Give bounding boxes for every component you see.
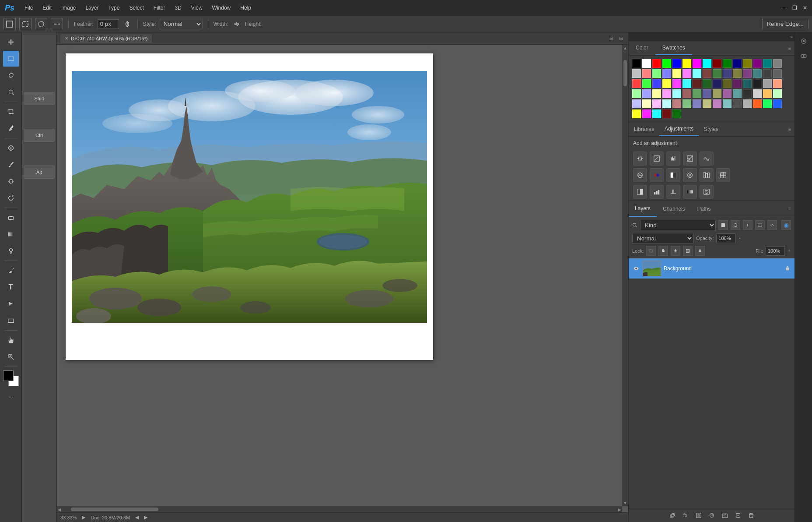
scroll-thumb-horizontal[interactable]	[71, 508, 158, 511]
status-right-arrow[interactable]: ▶	[144, 515, 147, 520]
swatch-item-67[interactable]	[703, 99, 711, 108]
swatch-item-48[interactable]	[662, 89, 671, 98]
swatch-item-74[interactable]	[773, 99, 782, 108]
layer-link-btn[interactable]	[668, 511, 677, 520]
swatch-item-41[interactable]	[743, 79, 752, 88]
clone-tool-btn[interactable]	[3, 173, 19, 189]
lock-all-btn[interactable]	[695, 246, 705, 256]
document-tab-item[interactable]: ✕ DSC01740.ARW @ 50% (RGB/16*)	[60, 34, 152, 43]
adj-curves-btn[interactable]	[650, 152, 664, 166]
swatch-item-21[interactable]	[693, 69, 701, 78]
zoom-tool-btn[interactable]	[3, 349, 19, 365]
adj-exposure-btn[interactable]	[683, 152, 697, 166]
status-left-arrow[interactable]: ◀	[135, 515, 139, 520]
marquee-rect-icon[interactable]	[19, 18, 32, 30]
filter-shape-btn[interactable]	[755, 220, 765, 230]
canvas-scroll-area[interactable]: ▲ ▼ ◀ ▶	[57, 45, 628, 512]
swatch-item-8[interactable]	[713, 59, 721, 68]
status-expand-icon[interactable]: ▶	[82, 515, 85, 520]
crop-tool-btn[interactable]	[3, 104, 19, 120]
type-tool-btn[interactable]: T	[3, 279, 19, 295]
swatch-item-7[interactable]	[703, 59, 711, 68]
shortcut-ctrl[interactable]: Ctrl	[24, 129, 55, 142]
swatch-item-52[interactable]	[703, 89, 711, 98]
new-layer-btn[interactable]	[733, 511, 743, 520]
scroll-thumb-vertical[interactable]	[623, 60, 627, 86]
swatch-item-16[interactable]	[642, 69, 651, 78]
quick-select-tool-btn[interactable]	[3, 84, 19, 100]
adj-icon-strip-btn[interactable]	[797, 49, 811, 63]
scroll-down-arrow[interactable]: ▼	[622, 500, 628, 506]
adj-posterize-btn[interactable]	[650, 185, 664, 199]
swatch-item-47[interactable]	[652, 89, 661, 98]
swatch-item-2[interactable]	[652, 59, 661, 68]
layer-adj-btn[interactable]	[707, 511, 717, 520]
adj-color-lookup-btn[interactable]	[716, 168, 730, 182]
opacity-arrow[interactable]	[738, 236, 742, 240]
adj-hue-sat-btn[interactable]	[633, 168, 647, 182]
swatch-item-60[interactable]	[632, 99, 641, 108]
swatch-item-13[interactable]	[763, 59, 772, 68]
swatch-item-37[interactable]	[703, 79, 711, 88]
swatch-item-49[interactable]	[672, 89, 681, 98]
menu-view[interactable]: View	[187, 3, 207, 13]
adj-vibrance-btn[interactable]	[700, 152, 714, 166]
swatch-item-31[interactable]	[642, 79, 651, 88]
swatch-item-14[interactable]	[773, 59, 782, 68]
swatch-item-70[interactable]	[733, 99, 742, 108]
menu-filter[interactable]: Filter	[149, 3, 170, 13]
swatch-item-71[interactable]	[743, 99, 752, 108]
close-btn[interactable]: ✕	[802, 4, 808, 11]
layer-mask-btn[interactable]	[694, 511, 704, 520]
swatch-item-26[interactable]	[743, 69, 752, 78]
color-icon-strip-btn[interactable]	[797, 34, 811, 48]
fill-arrow[interactable]	[788, 249, 791, 253]
swatch-item-69[interactable]	[723, 99, 732, 108]
menu-type[interactable]: Type	[104, 3, 124, 13]
lock-transparent-btn[interactable]	[646, 246, 656, 256]
move-tool-btn[interactable]	[3, 34, 19, 50]
blend-mode-select[interactable]: Normal Dissolve Multiply Screen Overlay	[632, 233, 693, 243]
refine-edge-button[interactable]: Refine Edge...	[762, 19, 808, 29]
shape-tool-btn[interactable]	[3, 313, 19, 328]
swatch-item-72[interactable]	[753, 99, 762, 108]
swatch-item-18[interactable]	[662, 69, 671, 78]
menu-help[interactable]: Help	[236, 3, 256, 13]
swatch-item-36[interactable]	[693, 79, 701, 88]
swatch-item-58[interactable]	[763, 89, 772, 98]
filter-pixel-btn[interactable]	[718, 220, 728, 230]
swatch-item-59[interactable]	[773, 89, 782, 98]
swatch-item-42[interactable]	[753, 79, 762, 88]
panel-expand-icon[interactable]: ⊞	[617, 35, 625, 42]
swatch-item-50[interactable]	[682, 89, 691, 98]
brush-tool-btn[interactable]	[3, 157, 19, 173]
pen-tool-btn[interactable]	[3, 263, 19, 279]
adj-channel-mixer-btn[interactable]	[700, 168, 714, 182]
swatch-item-55[interactable]	[733, 89, 742, 98]
swatch-item-77[interactable]	[652, 109, 661, 118]
filter-smart-btn[interactable]	[767, 220, 777, 230]
filter-type-btn[interactable]: T	[743, 220, 752, 230]
swatch-item-53[interactable]	[713, 89, 721, 98]
swatch-item-32[interactable]	[652, 79, 661, 88]
swatch-item-3[interactable]	[662, 59, 671, 68]
fill-input[interactable]	[766, 246, 785, 256]
swatch-item-76[interactable]	[642, 109, 651, 118]
dodge-tool-btn[interactable]	[3, 243, 19, 259]
marquee-tool-btn[interactable]	[3, 51, 19, 67]
swatch-item-1[interactable]	[642, 59, 651, 68]
document-tab-close[interactable]: ✕	[65, 36, 68, 41]
tab-libraries[interactable]: Libraries	[629, 123, 659, 136]
swatch-item-51[interactable]	[693, 89, 701, 98]
swatch-item-54[interactable]	[723, 89, 732, 98]
swatch-item-35[interactable]	[682, 79, 691, 88]
lock-pixels-btn[interactable]	[658, 246, 668, 256]
swap-dimensions-icon[interactable]	[232, 19, 242, 29]
swatch-item-0[interactable]	[632, 59, 641, 68]
menu-file[interactable]: File	[20, 3, 37, 13]
foreground-color-swatch[interactable]	[3, 370, 14, 381]
swatch-item-19[interactable]	[672, 69, 681, 78]
swatch-item-17[interactable]	[652, 69, 661, 78]
adj-panel-menu-icon[interactable]: ≡	[784, 124, 794, 134]
style-select[interactable]: Normal Fixed Ratio Fixed Size	[160, 19, 203, 29]
